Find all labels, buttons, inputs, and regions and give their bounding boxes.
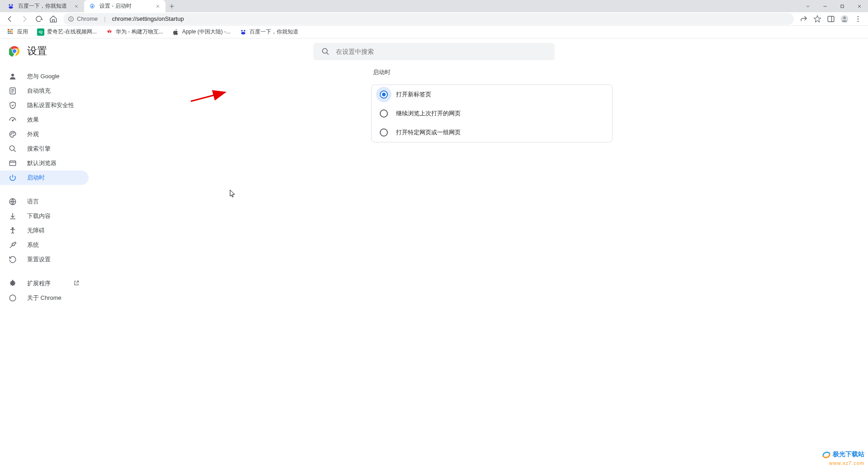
svg-point-26 [9,146,14,151]
svg-rect-7 [828,16,834,22]
profile-button[interactable] [838,13,851,25]
baidu-favicon-icon [7,3,14,10]
sidebar-item-privacy[interactable]: 隐私设置和安全性 [0,98,89,113]
site-info-button[interactable]: Chrome [68,15,98,22]
sidebar-item-extensions[interactable]: 扩展程序 [0,276,89,291]
sidebar-item-reset[interactable]: 重置设置 [0,252,89,267]
radio-icon [380,128,388,137]
svg-point-11 [858,16,859,17]
person-icon [8,72,17,81]
new-tab-button[interactable] [165,0,178,12]
search-icon [8,144,17,153]
globe-icon [8,197,17,206]
bookmark-button[interactable] [811,13,824,25]
tab-strip: 百度一下，你就知道 设置 - 启动时 [3,0,178,12]
watermark: 极光下载站 www.xz7.com [821,450,864,466]
maximize-button[interactable] [834,0,851,12]
svg-point-18 [13,49,17,53]
tab-settings[interactable]: 设置 - 启动时 [84,0,165,12]
bookmark-apple[interactable]: Apple (中国大陆) -... [169,27,234,37]
svg-point-25 [14,132,14,133]
minimize-button[interactable] [816,0,834,12]
bookmark-huawei[interactable]: 华为 - 构建万物互... [102,27,167,37]
download-icon [8,212,17,221]
settings-search[interactable] [313,43,555,60]
startup-options-card: 打开新标签页 继续浏览上次打开的网页 打开特定网页或一组网页 [371,85,613,142]
settings-sidebar: 您与 Google 自动填充 隐私设置和安全性 效果 外观 搜索引擎 默认浏览器… [0,64,116,468]
bookmark-apps[interactable]: 应用 [4,27,32,37]
svg-point-0 [9,4,10,6]
iqiyi-icon: iQ [37,28,44,36]
external-link-icon [73,280,80,287]
sidebar-item-about[interactable]: 关于 Chrome [0,291,89,305]
autofill-icon [8,86,17,95]
sidebar-item-language[interactable]: 语言 [0,194,89,209]
svg-point-2 [91,5,93,7]
sidebar-item-downloads[interactable]: 下载内容 [0,209,89,223]
close-window-button[interactable] [851,0,868,12]
tab-title: 设置 - 启动时 [99,2,155,10]
baidu-icon [240,28,247,36]
svg-point-29 [12,227,14,229]
svg-point-30 [9,295,16,301]
svg-point-19 [322,48,327,53]
sidebar-item-autofill[interactable]: 自动填充 [0,84,89,98]
chrome-info-icon [68,16,74,22]
option-continue[interactable]: 继续浏览上次打开的网页 [372,104,612,123]
toolbar: Chrome | chrome://settings/onStartup [0,12,868,26]
option-new-tab[interactable]: 打开新标签页 [372,85,612,104]
bookmark-baidu[interactable]: 百度一下，你就知道 [236,27,302,37]
window-controls [799,0,868,12]
chrome-logo-icon [9,46,20,57]
side-panel-button[interactable] [825,13,837,25]
settings-search-input[interactable] [336,48,547,55]
kebab-menu-button[interactable] [852,13,864,25]
sidebar-item-default-browser[interactable]: 默认浏览器 [0,156,89,170]
tab-title: 百度一下，你就知道 [18,2,73,10]
accessibility-icon [8,226,17,235]
sidebar-item-system[interactable]: 系统 [0,238,89,252]
sidebar-item-appearance[interactable]: 外观 [0,127,89,142]
speed-icon [8,115,17,124]
palette-icon [8,130,17,139]
tab-baidu[interactable]: 百度一下，你就知道 [3,0,84,12]
sidebar-item-performance[interactable]: 效果 [0,113,89,127]
apps-icon [7,28,14,36]
restore-icon [8,255,17,264]
info-icon [8,293,17,303]
sidebar-item-you-and-google[interactable]: 您与 Google [0,69,89,84]
address-url: chrome://settings/onStartup [112,15,184,22]
svg-rect-6 [71,19,71,20]
bookmark-iqiyi[interactable]: iQ 爱奇艺-在线视频网... [33,27,100,37]
address-bar[interactable]: Chrome | chrome://settings/onStartup [63,13,794,25]
power-icon [8,173,17,182]
home-button[interactable] [47,13,60,25]
caret-down-icon[interactable] [799,0,816,12]
option-specific-pages[interactable]: 打开特定网页或一组网页 [372,123,612,142]
back-button[interactable] [4,13,16,25]
sidebar-divider [0,271,116,272]
close-tab-button[interactable] [73,3,80,9]
close-tab-button[interactable] [155,3,161,9]
svg-point-10 [843,16,846,19]
settings-content: 启动时 打开新标签页 继续浏览上次打开的网页 打开特定网页或一组网页 [116,64,868,468]
sidebar-item-search-engine[interactable]: 搜索引擎 [0,142,89,156]
huawei-icon [106,28,113,36]
option-label: 继续浏览上次打开的网页 [396,109,461,118]
option-label: 打开特定网页或一组网页 [396,128,461,137]
reload-button[interactable] [33,13,45,25]
sidebar-item-on-startup[interactable]: 启动时 [0,170,89,185]
svg-point-1 [11,4,13,6]
share-button[interactable] [797,13,810,25]
page-header: 设置 [0,38,868,64]
bookmarks-bar: 应用 iQ 爱奇艺-在线视频网... 华为 - 构建万物互... Apple (… [0,26,868,38]
settings-favicon-icon [89,3,96,10]
address-secure-label: Chrome [77,15,98,22]
radio-icon [380,90,388,99]
svg-point-22 [12,120,13,121]
forward-button[interactable] [18,13,31,25]
bookmark-label: 华为 - 构建万物互... [116,28,163,36]
sidebar-item-accessibility[interactable]: 无障碍 [0,223,89,238]
svg-point-15 [244,30,245,32]
wrench-icon [8,241,17,250]
